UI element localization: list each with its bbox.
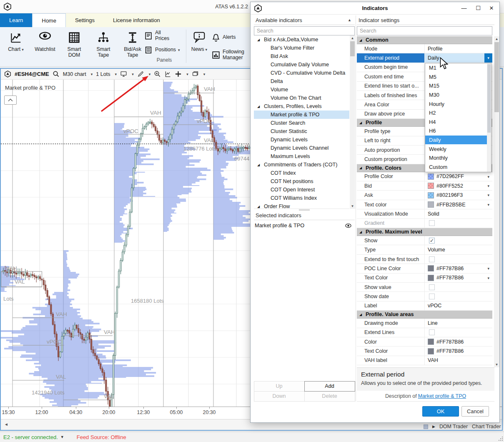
checkbox[interactable] <box>429 256 435 262</box>
indicator-tree-item[interactable]: Volume On The Chart <box>254 94 349 102</box>
ok-button[interactable]: OK <box>422 406 459 417</box>
available-indicators-header[interactable]: Available indicators ▲ <box>254 15 355 25</box>
period-option-monthly[interactable]: Monthly <box>425 153 491 163</box>
indicator-tree-item[interactable]: Bid Ask <box>254 52 349 60</box>
checkbox[interactable] <box>429 220 435 226</box>
setting-value[interactable]: Daily▾ <box>425 53 492 62</box>
expander-icon[interactable]: ◢ <box>257 205 261 208</box>
tab-learn[interactable]: Learn <box>0 13 32 27</box>
indicator-tree-item[interactable]: Bar's Volume Filter <box>254 44 349 52</box>
setting-value[interactable]: #FF787B86 <box>425 347 492 355</box>
chevron-down-icon[interactable]: ▾ <box>115 72 117 76</box>
setting-row-visualization-mode[interactable]: Visualization ModeSolid <box>357 209 492 218</box>
setting-value[interactable]: Volume <box>425 245 492 254</box>
setting-row-profile-color[interactable]: Profile Color#7D2962FF▾ <box>357 172 492 181</box>
chevron-down-icon[interactable]: ▾ <box>132 72 134 76</box>
setting-value[interactable]: #FF787B86▾ <box>425 264 492 273</box>
setting-row-vah-label[interactable]: VAH labelVAH <box>357 356 492 365</box>
setting-row-show[interactable]: Show✓ <box>357 236 492 245</box>
chevron-down-icon[interactable]: ▾ <box>186 72 188 76</box>
chevron-down-icon[interactable]: ▾ <box>487 184 489 188</box>
chevron-down-icon[interactable]: ▾ <box>487 193 489 197</box>
connection-status[interactable]: E2 - server connected. <box>3 434 58 440</box>
tree-scrollbar[interactable]: ▲▼ <box>350 35 355 209</box>
setting-value[interactable] <box>425 255 492 264</box>
setting-value[interactable]: #802196F3▾ <box>425 191 492 199</box>
indicators-icon[interactable] <box>164 70 171 78</box>
layers-icon[interactable] <box>192 70 199 78</box>
setting-row-show-value[interactable]: Show value <box>357 283 492 292</box>
selected-indicator-item[interactable]: Market profile & TPO <box>254 221 355 230</box>
checkbox[interactable]: ✓ <box>429 238 435 244</box>
collapse-indicator-button[interactable] <box>4 95 17 105</box>
period-option-h4[interactable]: H4 <box>425 118 491 127</box>
chevron-down-icon[interactable]: ▼ <box>60 435 64 439</box>
expander-icon[interactable]: ◢ <box>257 163 261 167</box>
setting-value[interactable]: #FFB2B5BE▾ <box>425 200 492 209</box>
indicator-tree-item[interactable]: ◢Bid x Ask,Delta,Volume <box>254 35 349 44</box>
up-button[interactable]: Up <box>254 381 305 392</box>
indicator-tree-item[interactable]: Dynamic Levels Channel <box>254 144 349 152</box>
setting-value[interactable]: Solid <box>425 209 492 218</box>
chevron-down-icon[interactable]: ▾ <box>487 276 489 280</box>
setting-row-external-period[interactable]: External periodDaily▾ <box>357 53 492 63</box>
indicator-tree-item[interactable]: ◢Clusters, Profiles, Levels <box>254 102 349 110</box>
setting-value[interactable] <box>425 292 492 301</box>
chart-button[interactable]: Chart▾ <box>3 28 29 65</box>
indicator-tree-item[interactable]: COT Open Interest <box>254 186 349 194</box>
chevron-down-icon[interactable]: ▾ <box>91 72 93 76</box>
expander-icon[interactable]: ◢ <box>257 105 261 108</box>
period-option-hourly[interactable]: Hourly <box>425 99 491 108</box>
cancel-button[interactable]: Cancel <box>461 406 489 417</box>
indicator-tree-item[interactable]: Dynamic Levels <box>254 136 349 144</box>
setting-value[interactable]: #7D2962FF▾ <box>425 172 492 181</box>
setting-value[interactable]: Profile <box>425 44 492 53</box>
setting-value[interactable]: Line <box>425 319 492 327</box>
positions-button[interactable]: Positions▾ <box>144 43 184 57</box>
setting-value[interactable] <box>425 283 492 291</box>
period-option-m30[interactable]: M30 <box>425 90 491 100</box>
settings-scrollbar[interactable]: ▲▼ <box>494 36 499 367</box>
setting-row-extend-to-the-first-touch[interactable]: Extend to the first touch <box>357 255 492 264</box>
screen-icon[interactable] <box>120 70 127 78</box>
minimize-button[interactable]: — <box>457 2 471 14</box>
period-option-daily[interactable]: Daily <box>425 136 491 145</box>
chevron-down-icon[interactable]: ▾ <box>149 72 151 76</box>
setting-row-drawing-mode[interactable]: Drawing modeLine <box>357 319 492 328</box>
setting-row-text-color[interactable]: Text Color#FF787B86▾ <box>357 274 492 283</box>
close-button[interactable]: ✕ <box>484 2 499 14</box>
setting-row-extend-lines[interactable]: Extend Lines <box>357 328 492 337</box>
popup-scrollbar[interactable] <box>487 63 491 172</box>
tab-settings[interactable]: Settings <box>66 13 104 27</box>
setting-row-bid[interactable]: Bid#80FF5252▾ <box>357 181 492 191</box>
checkbox[interactable] <box>429 329 435 335</box>
tab-home[interactable]: Home <box>32 13 66 27</box>
add-button[interactable]: Add <box>304 381 355 392</box>
indicator-description-link[interactable]: Market profile & TPO <box>418 393 466 399</box>
setting-value[interactable] <box>425 328 492 337</box>
lots-selector[interactable]: 1 Lots <box>96 71 110 77</box>
search-icon[interactable] <box>53 70 60 78</box>
section-header-profile-maximum-level[interactable]: ◢Profile. Maximum level <box>357 228 492 236</box>
indicator-tree-item[interactable]: COT Net positions <box>254 177 349 186</box>
watchlist-button[interactable]: Watchlist <box>32 28 58 65</box>
zoom-icon[interactable] <box>154 70 161 78</box>
news-button[interactable]: News▾ <box>188 28 210 65</box>
setting-row-label[interactable]: LabelvPOC <box>357 301 492 311</box>
setting-row-show-date[interactable]: Show date <box>357 292 492 301</box>
section-header-profile-value-areas[interactable]: ◢Profile. Value areas <box>357 311 492 319</box>
smart-dom-button[interactable]: Smart DOM <box>61 28 88 65</box>
setting-value[interactable]: #80FF5252▾ <box>425 181 492 190</box>
pencil-icon[interactable] <box>137 70 144 78</box>
visibility-eye-icon[interactable] <box>345 223 351 228</box>
down-button[interactable]: Down <box>254 391 305 402</box>
dialog-titlebar[interactable]: Indicators — ☐ ✕ <box>251 2 499 15</box>
timeframe-selector[interactable]: M30 chart <box>63 71 86 77</box>
chevron-down-icon[interactable]: ▾ <box>487 266 489 271</box>
panel-color-icon[interactable] <box>424 424 428 429</box>
setting-row-type[interactable]: TypeVolume <box>357 245 492 254</box>
tab-license-information[interactable]: License information <box>104 13 169 27</box>
dropdown-open-button[interactable]: ▾ <box>484 53 492 62</box>
setting-value[interactable]: #FF787B86 <box>425 337 492 346</box>
period-option-h6[interactable]: H6 <box>425 126 491 136</box>
